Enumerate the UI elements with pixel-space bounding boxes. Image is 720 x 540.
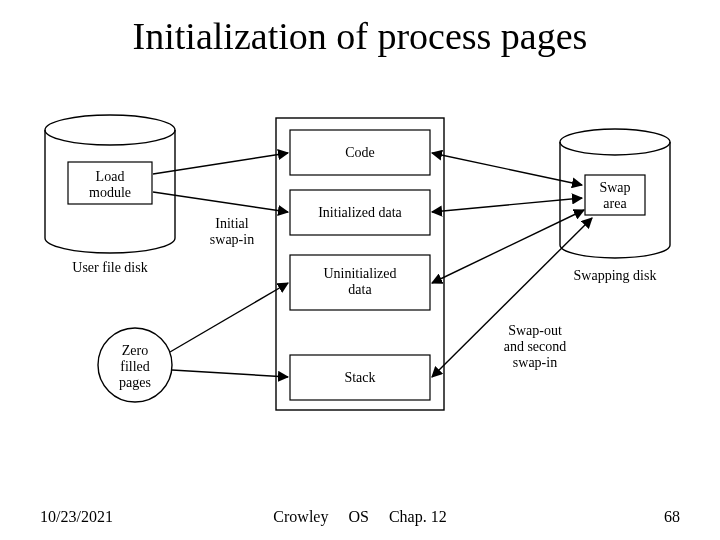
user-file-disk-caption: User file disk [72,260,147,275]
segment-init-data: Initialized data [318,205,402,220]
process-pages-diagram: Load module User file disk Zero filled p… [0,0,720,540]
process-address-space: Code Initialized data Uninitialized data… [276,118,444,410]
zero-filled-pages-circle: Zero filled pages [98,328,172,402]
zero-line1: Zero [122,343,148,358]
zero-line3: pages [119,375,151,390]
footer-page: 68 [664,508,680,526]
segment-uninit-1: Uninitialized [323,266,396,281]
arrow-zero-to-uninit [170,283,288,352]
arrow-loadmodule-to-initdata [153,192,288,212]
swapping-disk-cylinder: Swap area [560,129,670,258]
swap-area-1: Swap [599,180,630,195]
label-initial-swapin-1: Initial [215,216,249,231]
footer-author: Crowley [273,508,328,525]
arrow-uninit-swap [432,210,584,283]
svg-point-0 [45,115,175,145]
segment-uninit-2: data [348,282,372,297]
label-swapout-1: Swap-out [508,323,562,338]
segment-stack: Stack [344,370,375,385]
footer-center: Crowley OS Chap. 12 [0,508,720,526]
arrow-zero-to-stack [172,370,288,377]
zero-line2: filled [120,359,150,374]
slide: Initialization of process pages Load mod… [0,0,720,540]
label-swapout-2: and second [504,339,567,354]
label-swapout-3: swap-in [513,355,557,370]
user-file-disk-cylinder: Load module [45,115,175,253]
segment-code: Code [345,145,375,160]
footer-chapter: Chap. 12 [389,508,447,525]
swapping-disk-caption: Swapping disk [574,268,657,283]
footer-course: OS [348,508,368,525]
label-initial-swapin-2: swap-in [210,232,254,247]
svg-point-10 [560,129,670,155]
load-module-label-1: Load [96,169,125,184]
arrow-loadmodule-to-code [153,153,288,174]
load-module-label-2: module [89,185,131,200]
swap-area-2: area [603,196,627,211]
